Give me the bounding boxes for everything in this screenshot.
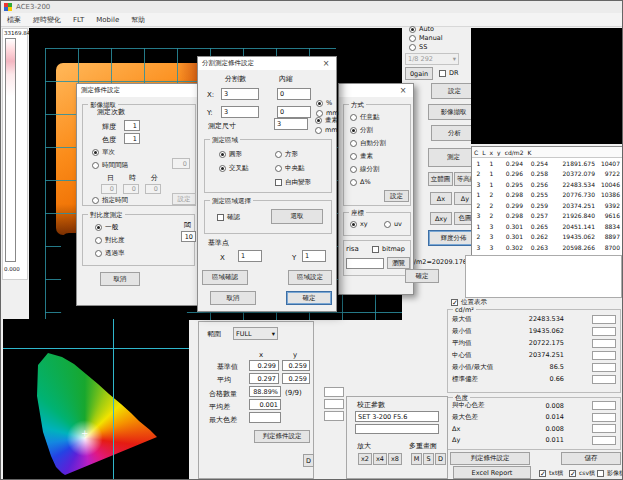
coord-uv-radio[interactable]: uv xyxy=(384,220,402,228)
measure-cancel-button[interactable]: 取消 xyxy=(100,272,140,286)
judge-condition-button[interactable]: 判定條件設定 xyxy=(450,452,530,465)
table-header-cell: x xyxy=(488,149,496,156)
exposure-ss-radio[interactable]: SS xyxy=(409,43,427,51)
menu-item[interactable]: 幫助 xyxy=(131,15,145,25)
method-split-radio[interactable]: 分割 xyxy=(350,126,373,135)
coord-xy-radio[interactable]: xy xyxy=(350,220,368,228)
x-divisions-field[interactable]: 3 xyxy=(221,88,259,100)
zero-gain-button[interactable]: 0gain xyxy=(405,67,433,80)
region-confirm-checkbox[interactable]: 確認 xyxy=(217,213,240,222)
shutter-select[interactable]: 1/8 292▾ xyxy=(405,53,459,65)
y-inset-field[interactable]: 0 xyxy=(277,106,311,118)
pick-button[interactable]: 選取 xyxy=(271,209,323,224)
method-auto-split-radio[interactable]: 自動分割 xyxy=(350,139,386,148)
dr-checkbox[interactable]: DR xyxy=(439,69,459,77)
single-shot-radio[interactable]: 單次 xyxy=(92,148,115,157)
method-ok-button[interactable]: 確定 xyxy=(405,269,439,283)
zoom-step-button[interactable]: x8 xyxy=(388,453,402,465)
table-row[interactable]: 2 1 0.296 0.258 20372.079 9722 xyxy=(472,169,622,180)
shape-square-radio[interactable]: 方形 xyxy=(275,150,298,159)
close-icon[interactable]: × xyxy=(397,86,409,95)
csv-file-checkbox[interactable]: csv檔 xyxy=(569,469,595,478)
shape-circle-radio[interactable]: 圓形 xyxy=(219,150,242,159)
table-row[interactable]: 2 2 0.299 0.259 20374.251 9392 xyxy=(472,200,622,211)
image-file-checkbox[interactable]: 影像檔 xyxy=(597,469,623,478)
bitmap-checkbox[interactable]: bitmap xyxy=(372,245,405,253)
table-row[interactable]: 2 3 0.301 0.262 19435.062 8897 xyxy=(472,232,622,243)
browse-button[interactable]: 瀏覽 xyxy=(387,257,410,269)
method-pixel-radio[interactable]: 畫素 xyxy=(350,152,373,161)
table-row[interactable]: 3 1 0.295 0.256 22483.534 10046 xyxy=(472,179,622,190)
specified-time-radio[interactable]: 指定時間 xyxy=(92,196,128,205)
method-delta-radio[interactable]: Δ% xyxy=(350,178,371,186)
contrast-radio[interactable]: 對比度 xyxy=(95,236,125,245)
zoom-step-button[interactable]: x2 xyxy=(358,453,372,465)
interval-field[interactable]: 0 xyxy=(172,158,190,169)
zoom-step-button[interactable]: x4 xyxy=(373,453,387,465)
cie-diagram-panel[interactable]: + xyxy=(3,319,189,480)
threshold-field[interactable]: 10 xyxy=(181,231,196,242)
range-judge-button[interactable]: 判定條件設定 xyxy=(254,430,310,443)
time-set-button[interactable]: 設定 xyxy=(172,193,196,205)
table-row[interactable]: 1 2 0.298 0.255 20776.730 10386 xyxy=(472,190,622,201)
delta-x-button[interactable]: Δx xyxy=(430,192,452,205)
cie-horseshoe xyxy=(3,319,189,480)
d-small-button[interactable]: D xyxy=(303,454,314,467)
method-set-button[interactable]: 設定 xyxy=(384,190,409,202)
general-radio[interactable]: 一般 xyxy=(95,223,118,232)
table-row[interactable]: 3 3 0.302 0.263 20598.266 8700 xyxy=(472,242,622,253)
txt-file-checkbox[interactable]: txt檔 xyxy=(539,469,563,478)
hour-field[interactable]: 0 xyxy=(123,184,139,194)
inset-percent-radio[interactable]: % xyxy=(316,99,332,107)
base-x-field[interactable]: 1 xyxy=(238,250,262,262)
method-line-split-radio[interactable]: 線分割 xyxy=(350,165,380,174)
day-field[interactable]: 0 xyxy=(101,184,117,194)
menu-item[interactable]: FLT xyxy=(73,16,84,24)
table-row[interactable]: 1 3 0.301 0.265 20451.141 8834 xyxy=(472,221,622,232)
region-set-button[interactable]: 區域設定 xyxy=(288,270,332,285)
exposure-manual-radio[interactable]: Manual xyxy=(409,34,443,42)
excel-report-button[interactable]: Excel Report xyxy=(453,466,531,479)
method-path-field[interactable] xyxy=(346,258,384,269)
transmittance-radio[interactable]: 透過率 xyxy=(95,249,125,258)
split-cancel-button[interactable]: 取消 xyxy=(210,291,256,305)
range-select[interactable]: FULL▾ xyxy=(233,327,278,340)
measure-dialog-title: 測定條件設定 xyxy=(81,86,120,95)
interval-radio[interactable]: 時間間隔 xyxy=(92,161,128,170)
method-any-point-radio[interactable]: 任意點 xyxy=(350,113,380,122)
free-form-checkbox[interactable]: 自由變形 xyxy=(275,178,311,187)
x-inset-field[interactable]: 0 xyxy=(277,88,311,100)
exposure-auto-radio[interactable]: Auto xyxy=(409,25,434,33)
table-row[interactable]: 1 1 0.294 0.254 21891.675 10407 xyxy=(472,158,622,169)
multi-screen-button[interactable]: S xyxy=(423,453,434,465)
result-image-view[interactable] xyxy=(471,28,623,144)
solid-view-button[interactable]: 立體圖 xyxy=(428,172,453,186)
max-diff-field xyxy=(249,412,281,423)
point-center-radio[interactable]: 中央點 xyxy=(275,164,305,173)
stat-row: 平均值 20722.175 xyxy=(448,337,620,349)
multi-screen-button[interactable]: D xyxy=(435,453,446,465)
size-pixel-radio[interactable]: 畫素 xyxy=(315,116,338,125)
close-icon[interactable]: × xyxy=(320,59,332,68)
split-ok-button[interactable]: 確定 xyxy=(286,291,332,305)
menu-item[interactable]: 檔案 xyxy=(7,15,21,25)
menu-item[interactable]: 經時變化 xyxy=(33,15,61,25)
multi-screen-button[interactable]: M xyxy=(411,453,422,465)
delta-xy-button[interactable]: Δxy xyxy=(430,212,452,225)
ref-x-field[interactable]: 0.299 xyxy=(249,360,279,371)
save-button[interactable]: 儲存 xyxy=(561,452,621,465)
base-y-field[interactable]: 1 xyxy=(302,250,326,262)
region-confirm-button[interactable]: 區域確認 xyxy=(202,270,248,285)
divisions-label: 分割數 xyxy=(225,75,246,83)
split-condition-dialog: 分割測定條件設定 × 分割數 內縮 X: 3 0 Y: 3 0 % mm 測定尺… xyxy=(197,56,337,312)
table-row[interactable]: 3 2 0.298 0.257 21926.840 9616 xyxy=(472,211,622,222)
luminance-count-field[interactable]: 1 xyxy=(124,120,140,131)
chroma-count-field[interactable]: 1 xyxy=(124,133,140,144)
minute-field[interactable]: 0 xyxy=(145,184,161,194)
size-mm-radio[interactable]: mm xyxy=(315,126,338,134)
point-cross-radio[interactable]: 交叉點 xyxy=(219,164,249,173)
y-divisions-field[interactable]: 3 xyxy=(221,106,259,118)
ref-y-field[interactable]: 0.259 xyxy=(282,360,310,371)
menu-item[interactable]: Mobile xyxy=(96,16,119,24)
size-field[interactable]: 3 xyxy=(274,118,308,130)
